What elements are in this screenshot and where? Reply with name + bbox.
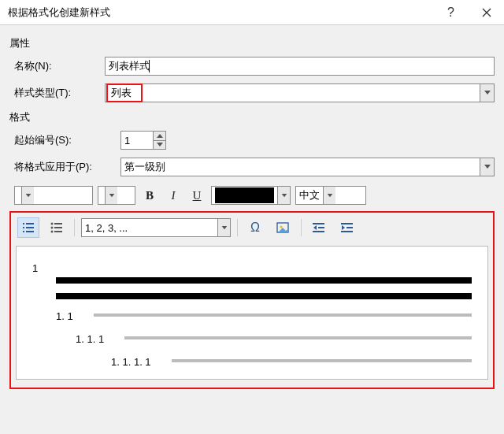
decrease-indent-icon <box>312 221 326 234</box>
font-size-combo[interactable] <box>98 186 135 205</box>
chevron-down-icon[interactable] <box>480 84 494 102</box>
name-input[interactable]: 列表样式 <box>105 57 495 76</box>
font-color-combo[interactable] <box>211 186 291 205</box>
svg-rect-5 <box>26 231 34 232</box>
section-format: 格式 <box>9 110 495 124</box>
close-icon <box>482 8 491 17</box>
separator <box>74 219 75 236</box>
name-value: 列表样式 <box>109 59 150 73</box>
titlebar: 根据格式化创建新样式 ? <box>0 0 504 25</box>
preview-l3-number: 1. 1. 1 <box>76 333 104 345</box>
section-properties: 属性 <box>9 36 495 50</box>
increase-indent-button[interactable] <box>336 217 358 238</box>
symbol-button[interactable]: Ω <box>244 217 266 238</box>
svg-rect-0 <box>23 223 24 224</box>
dialog-title: 根据格式化创建新样式 <box>8 6 433 20</box>
svg-point-10 <box>51 231 54 233</box>
style-type-combo[interactable]: 列表 <box>105 83 495 102</box>
svg-rect-1 <box>26 223 34 224</box>
svg-point-13 <box>280 226 283 228</box>
svg-rect-19 <box>341 231 353 232</box>
chevron-down-icon[interactable] <box>323 187 335 204</box>
svg-rect-7 <box>54 223 62 224</box>
help-button[interactable]: ? <box>433 0 469 25</box>
svg-rect-17 <box>341 223 353 224</box>
start-number-spinner[interactable] <box>120 131 166 150</box>
number-format-value: 1, 2, 3, ... <box>82 219 217 236</box>
bullet-list-button[interactable] <box>46 217 68 238</box>
font-family-combo[interactable] <box>14 186 93 205</box>
color-swatch <box>215 187 274 203</box>
chevron-down-icon[interactable] <box>217 219 230 236</box>
picture-icon <box>276 221 291 234</box>
svg-rect-11 <box>54 231 62 232</box>
separator <box>237 219 238 236</box>
svg-rect-14 <box>313 223 324 224</box>
start-number-value[interactable] <box>121 132 153 149</box>
chevron-down-icon[interactable] <box>105 187 117 204</box>
svg-rect-18 <box>346 227 353 228</box>
list-format-area: 1, 2, 3, ... Ω <box>9 211 495 389</box>
row-style-type: 样式类型(T): 列表 <box>9 83 495 102</box>
font-size-value <box>98 187 105 204</box>
bullet-list-icon <box>50 221 64 234</box>
svg-rect-3 <box>26 227 34 228</box>
font-toolbar: B I U 中文 <box>9 184 495 206</box>
language-combo[interactable]: 中文 <box>295 186 366 205</box>
preview-l4-number: 1. 1. 1. 1 <box>111 356 151 368</box>
chevron-down-icon[interactable] <box>21 187 34 204</box>
chevron-down-icon[interactable] <box>480 158 494 176</box>
text-caret <box>149 60 150 72</box>
increase-indent-icon <box>340 221 354 234</box>
label-name: 名称(N): <box>14 59 105 73</box>
svg-point-8 <box>51 227 54 229</box>
svg-rect-4 <box>23 231 24 232</box>
svg-rect-9 <box>54 227 62 228</box>
svg-point-6 <box>51 223 54 225</box>
preview-bar <box>124 336 472 339</box>
underline-button[interactable]: U <box>187 186 206 205</box>
row-apply-to: 将格式应用于(P): 第一级别 <box>9 158 495 176</box>
label-style-type: 样式类型(T): <box>14 86 105 100</box>
svg-rect-15 <box>318 227 324 228</box>
omega-icon: Ω <box>250 221 260 235</box>
separator <box>301 219 302 236</box>
preview-bar <box>94 313 472 317</box>
svg-rect-16 <box>313 231 324 232</box>
preview-level-3: 1. 1. 1 <box>32 333 472 345</box>
language-value: 中文 <box>296 187 323 204</box>
bold-button[interactable]: B <box>140 186 159 205</box>
style-type-value: 列表 <box>111 87 132 98</box>
style-type-highlight: 列表 <box>106 83 143 102</box>
spinner-down[interactable] <box>154 141 165 150</box>
chevron-down-icon[interactable] <box>277 187 290 204</box>
preview-level-1: 1 <box>32 262 472 299</box>
apply-to-combo[interactable]: 第一级别 <box>120 158 495 176</box>
preview-level-4: 1. 1. 1. 1 <box>32 356 472 368</box>
italic-button[interactable]: I <box>164 186 183 205</box>
preview-bar <box>56 293 472 299</box>
row-start-number: 起始编号(S): <box>9 131 495 150</box>
row-name: 名称(N): 列表样式 <box>9 57 495 76</box>
preview-l2-number: 1. 1 <box>56 310 73 322</box>
preview-level-2: 1. 1 <box>32 310 472 322</box>
preview-panel: 1 1. 1 1. 1. 1 1. 1. <box>16 246 488 380</box>
label-start-number: 起始编号(S): <box>14 133 120 147</box>
list-toolbar: 1, 2, 3, ... Ω <box>16 213 488 243</box>
number-format-combo[interactable]: 1, 2, 3, ... <box>81 218 231 237</box>
font-family-value <box>15 187 21 204</box>
numbered-list-icon <box>21 221 35 234</box>
close-button[interactable] <box>469 0 504 25</box>
preview-l1-number: 1 <box>32 262 465 274</box>
preview-bar <box>172 359 472 362</box>
picture-button[interactable] <box>272 217 295 238</box>
svg-rect-2 <box>23 227 24 228</box>
label-apply-to: 将格式应用于(P): <box>14 160 120 174</box>
numbered-list-button[interactable] <box>17 217 39 238</box>
decrease-indent-button[interactable] <box>308 217 330 238</box>
preview-bar <box>56 277 472 284</box>
spinner-up[interactable] <box>154 132 165 141</box>
apply-to-value: 第一级别 <box>124 160 165 174</box>
